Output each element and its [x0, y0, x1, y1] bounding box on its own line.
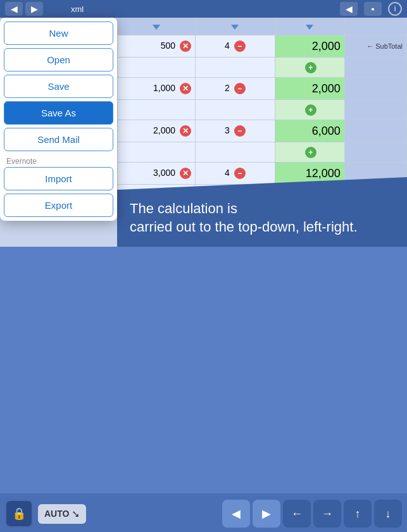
cell-budget-4: 3,000: [153, 168, 175, 178]
plus-btn-1[interactable]: +: [305, 62, 316, 73]
cell-subtotal-1: ← SubTotal: [344, 35, 406, 58]
auto-arrow-icon: ➘: [72, 508, 80, 520]
menu-item-open[interactable]: Open: [4, 48, 113, 71]
header-bar: ◀ ▶ xml ◀ ▪ i: [0, 0, 407, 18]
minus-row-4[interactable]: −: [234, 168, 246, 179]
delete-row-2[interactable]: ✕: [180, 83, 191, 94]
auto-button[interactable]: AUTO ➘: [38, 504, 86, 524]
cell-result-2: 2,000: [275, 78, 344, 100]
nav-button-group: ◀ ▶ ← → ↑ ↓: [222, 500, 402, 528]
delete-row-4[interactable]: ✕: [180, 168, 191, 179]
minus-row-1[interactable]: −: [234, 40, 246, 52]
back-button[interactable]: ◀: [5, 2, 23, 16]
delete-row-3[interactable]: ✕: [180, 125, 191, 137]
cell-total-2: 2: [225, 83, 230, 93]
nav-up-btn[interactable]: ↑: [344, 500, 372, 528]
keyboard-area: 🔒 AUTO ➘ ◀ ▶ ← → ↑ ↓ Copy Paste CLEAR: [0, 493, 407, 532]
cell-budget-2: 1,000: [153, 83, 175, 93]
delete-row-1[interactable]: ✕: [180, 40, 191, 52]
spreadsheet-grid: 500 ✕ 4 − 2,000 ← SubTotal +: [117, 18, 407, 247]
col-triangle-1: [153, 25, 160, 30]
dropdown-menu: New Open Save Save As Send Mail Evernote…: [0, 18, 117, 221]
evernote-section-label: Evernote: [4, 154, 113, 167]
cell-budget-1: 500: [161, 40, 175, 51]
cell-total-3: 3: [225, 125, 230, 135]
plus-btn-2[interactable]: +: [305, 104, 316, 116]
nav-left-btn[interactable]: ◀: [222, 500, 250, 528]
share-button[interactable]: ▪: [364, 2, 382, 16]
plus-row-1: +: [118, 58, 407, 78]
menu-item-save[interactable]: Save: [4, 75, 113, 98]
banner-text: The calculation iscarried out to the top…: [130, 200, 358, 236]
nav-back-btn[interactable]: ←: [283, 500, 311, 528]
cell-result-3: 6,000: [275, 120, 344, 142]
keyboard-toolbar: 🔒 AUTO ➘ ◀ ▶ ← → ↑ ↓: [5, 500, 402, 528]
lock-button[interactable]: 🔒: [5, 500, 33, 528]
minus-row-2[interactable]: −: [234, 83, 246, 94]
menu-item-export[interactable]: Export: [4, 194, 113, 217]
plus-row-2: +: [118, 100, 407, 120]
auto-label: AUTO: [44, 509, 69, 519]
info-button[interactable]: i: [388, 2, 402, 16]
header-right: ◀ ▪ i: [340, 2, 402, 16]
menu-item-import[interactable]: Import: [4, 167, 113, 190]
plus-row-3: +: [118, 142, 407, 163]
cell-total-4: 4: [225, 168, 230, 178]
nav-forward-btn[interactable]: →: [313, 500, 341, 528]
nav-down-btn[interactable]: ↓: [374, 500, 402, 528]
table-row: 1,000 ✕ 2 − 2,000: [118, 78, 407, 100]
nav-right-btn[interactable]: ▶: [253, 500, 280, 528]
plus-btn-3[interactable]: +: [305, 147, 316, 158]
col-triangle-2: [231, 25, 239, 30]
menu-item-save-as[interactable]: Save As: [4, 101, 113, 125]
header-title: xml: [71, 4, 84, 14]
cell-budget-3: 2,000: [153, 125, 175, 135]
cell-total-1: 4: [225, 40, 230, 51]
table-row: 2,000 ✕ 3 − 6,000: [118, 120, 407, 142]
table-row: 500 ✕ 4 − 2,000 ← SubTotal: [118, 35, 407, 58]
cell-result-1: 2,000: [275, 35, 344, 58]
minus-row-3[interactable]: −: [234, 125, 246, 137]
menu-item-new[interactable]: New: [4, 22, 113, 45]
menu-item-send-mail[interactable]: Send Mail: [4, 128, 113, 151]
forward-button[interactable]: ▶: [25, 2, 43, 16]
col-triangle-3: [306, 25, 313, 30]
undo-button[interactable]: ◀: [340, 2, 358, 16]
